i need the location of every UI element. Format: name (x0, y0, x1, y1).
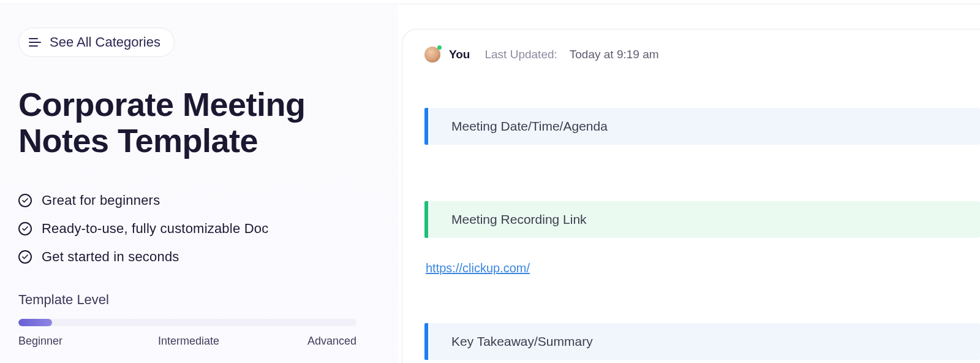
check-icon (18, 194, 32, 207)
callout-summary[interactable]: Key Takeaway/Summary (424, 323, 980, 360)
benefit-item: Ready-to-use, fully customizable Doc (18, 221, 380, 237)
benefits-list: Great for beginners Ready-to-use, fully … (18, 193, 380, 265)
benefit-text: Great for beginners (42, 193, 160, 208)
author-name: You (449, 48, 470, 61)
left-panel: See All Categories Corporate Meeting Not… (0, 4, 398, 363)
avatar (424, 47, 440, 63)
recording-link[interactable]: https://clickup.com/ (426, 261, 530, 275)
presence-indicator-icon (437, 45, 442, 50)
check-icon (18, 250, 32, 264)
categories-label: See All Categories (50, 34, 160, 50)
see-all-categories-button[interactable]: See All Categories (18, 28, 175, 57)
level-tick-intermediate: Intermediate (158, 335, 219, 348)
document-header: You Last Updated: Today at 9:19 am (424, 47, 980, 63)
menu-icon (29, 38, 41, 47)
document-blocks: Meeting Date/Time/Agenda Meeting Recordi… (424, 108, 980, 360)
callout-text: Meeting Date/Time/Agenda (451, 119, 608, 133)
right-panel: You Last Updated: Today at 9:19 am Meeti… (398, 4, 980, 363)
template-level-label: Template Level (18, 292, 380, 308)
callout-text: Key Takeaway/Summary (451, 334, 593, 348)
benefit-item: Get started in seconds (18, 249, 380, 265)
benefit-text: Get started in seconds (42, 249, 179, 265)
callout-text: Meeting Recording Link (451, 212, 587, 226)
document-preview-card: You Last Updated: Today at 9:19 am Meeti… (402, 29, 980, 363)
template-level-track (18, 319, 356, 326)
callout-recording[interactable]: Meeting Recording Link (424, 201, 980, 238)
benefit-text: Ready-to-use, fully customizable Doc (42, 221, 268, 237)
level-tick-beginner: Beginner (18, 335, 62, 348)
template-level-ticks: Beginner Intermediate Advanced (18, 335, 356, 348)
level-tick-advanced: Advanced (307, 335, 356, 348)
page-container: See All Categories Corporate Meeting Not… (0, 0, 980, 363)
last-updated-time: Today at 9:19 am (570, 48, 659, 61)
template-level-fill (18, 319, 52, 326)
last-updated-label: Last Updated: (484, 48, 557, 61)
page-title: Corporate Meeting Notes Template (18, 86, 380, 159)
benefit-item: Great for beginners (18, 193, 380, 208)
check-icon (18, 222, 32, 235)
callout-agenda[interactable]: Meeting Date/Time/Agenda (424, 108, 980, 145)
